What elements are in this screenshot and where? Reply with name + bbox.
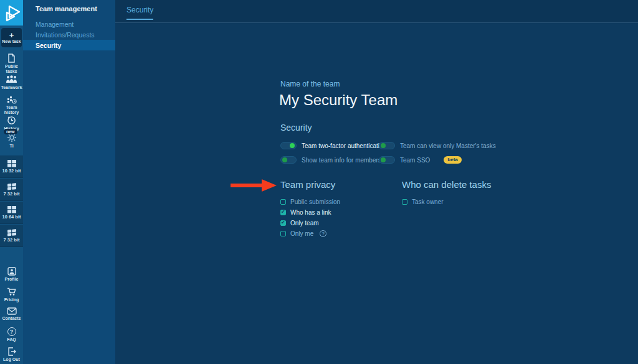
- os-tile-label: 7 32 bit: [4, 192, 20, 197]
- toggle-row-sso: Team SSO beta: [379, 156, 462, 164]
- rail-item-label: Contacts: [2, 316, 21, 321]
- checkbox-box[interactable]: [280, 199, 286, 205]
- chart-clock-icon: [7, 95, 17, 104]
- rail-item-label: Profile: [5, 277, 19, 282]
- sidebar-item-security[interactable]: Security: [23, 40, 115, 50]
- help-icon[interactable]: ?: [320, 230, 326, 237]
- team-name-label: Name of the team: [280, 80, 340, 88]
- team-privacy-heading: Team privacy: [280, 179, 335, 190]
- checkbox-box[interactable]: [402, 199, 407, 205]
- rail-item-label: FAQ: [7, 337, 16, 342]
- people-icon: [6, 75, 17, 84]
- rail-item-faq[interactable]: ? FAQ: [0, 327, 23, 342]
- new-task-button[interactable]: + New task: [1, 28, 22, 47]
- os-tile-label: 10 64 bit: [2, 215, 21, 220]
- checkbox-only-me[interactable]: Only me ?: [280, 230, 326, 237]
- checkbox-box[interactable]: [280, 220, 286, 226]
- document-icon: [7, 54, 16, 63]
- envelope-icon: [7, 307, 17, 315]
- checkbox-box[interactable]: [280, 231, 286, 236]
- windows10-icon: [7, 206, 16, 213]
- checkbox-task-owner[interactable]: Task owner: [402, 198, 444, 205]
- new-badge: new: [4, 129, 17, 134]
- cart-icon: [7, 287, 16, 296]
- toggle-row-show-info: Show team info for members: [280, 156, 381, 164]
- os-tile-7-32[interactable]: 7 32 bit: [0, 179, 23, 201]
- os-tile-label: 7 32 bit: [4, 238, 20, 243]
- sso-toggle[interactable]: [379, 156, 395, 164]
- sidebar-title: Team management: [36, 5, 97, 12]
- sidebar-item-management[interactable]: Management: [36, 21, 74, 28]
- checkbox-only-team[interactable]: Only team: [280, 220, 319, 226]
- tab-security[interactable]: Security: [126, 6, 153, 20]
- checkbox-label: Task owner: [412, 198, 444, 205]
- checkbox-public-submission[interactable]: Public submission: [280, 198, 340, 205]
- toggle-label: Team two-factor authentication: [302, 142, 386, 149]
- os-tile-7-32-b[interactable]: 7 32 bit: [0, 225, 23, 247]
- toggle-label: Team can view only Master's tasks: [400, 142, 496, 149]
- rail-item-team-history[interactable]: Team history: [0, 95, 23, 115]
- rail-item-label: Team history: [0, 105, 23, 115]
- windows7-icon: [7, 229, 16, 236]
- profile-icon: [7, 267, 16, 276]
- plus-icon: +: [9, 32, 14, 39]
- rail-item-label: TI: [9, 144, 13, 149]
- toggle-row-master-tasks: Team can view only Master's tasks: [379, 142, 496, 149]
- delete-tasks-heading: Who can delete tasks: [402, 179, 491, 190]
- os-tile-10-64[interactable]: 10 64 bit: [0, 202, 23, 224]
- rail-item-label: Log Out: [3, 357, 20, 362]
- master-tasks-toggle[interactable]: [379, 142, 395, 149]
- rail-item-profile[interactable]: Profile: [0, 267, 23, 282]
- rail-item-label: Public tasks: [0, 64, 23, 74]
- toggle-row-two-factor: Team two-factor authentication: [280, 142, 386, 149]
- team-name: My Security Team: [279, 91, 398, 109]
- checkbox-label: Only me: [290, 230, 313, 237]
- red-arrow-annotation: [229, 178, 277, 193]
- beta-badge: beta: [444, 156, 461, 164]
- question-icon: ?: [7, 327, 16, 336]
- clock-icon: [7, 116, 16, 125]
- sidebar-item-invitations[interactable]: Invitations/Requests: [36, 31, 95, 39]
- new-task-label: New task: [2, 39, 21, 44]
- rail-item-logout[interactable]: Log Out: [0, 347, 23, 362]
- windows10-icon: [7, 160, 16, 167]
- topbar: Security: [115, 0, 638, 23]
- anyrun-logo-icon: [3, 4, 21, 22]
- checkbox-label: Who has a link: [290, 209, 331, 216]
- logout-icon: [7, 347, 16, 356]
- windows7-icon: [7, 183, 16, 190]
- checkbox-label: Public submission: [290, 198, 340, 205]
- content-area: Security Name of the team My Security Te…: [115, 0, 638, 364]
- rail-item-ti[interactable]: new TI: [0, 133, 23, 149]
- app-logo[interactable]: [0, 0, 23, 26]
- two-factor-toggle[interactable]: [280, 142, 297, 149]
- rail-item-label: Pricing: [4, 297, 19, 302]
- team-management-sidebar: Team management Management Invitations/R…: [23, 0, 115, 364]
- rail-item-contacts[interactable]: Contacts: [0, 307, 23, 321]
- sidebar-item-label: Security: [36, 42, 61, 49]
- rail-item-pricing[interactable]: Pricing: [0, 287, 23, 302]
- toggle-label: Show team info for members: [302, 157, 381, 164]
- checkbox-box[interactable]: [280, 210, 286, 215]
- show-info-toggle[interactable]: [280, 156, 297, 164]
- rail-item-public-tasks[interactable]: Public tasks: [0, 54, 23, 74]
- rail-item-label: Teamwork: [1, 85, 22, 90]
- toggle-label: Team SSO: [400, 157, 430, 164]
- security-section-heading: Security: [280, 123, 312, 133]
- os-tile-label: 10 32 bit: [2, 169, 21, 174]
- checkbox-who-has-link[interactable]: Who has a link: [280, 209, 331, 216]
- rail-item-teamwork[interactable]: Teamwork: [0, 75, 23, 90]
- os-tile-10-32[interactable]: 10 32 bit: [0, 156, 23, 178]
- checkbox-label: Only team: [290, 220, 319, 226]
- left-icon-rail: + New task Public tasks Teamwork: [0, 0, 23, 364]
